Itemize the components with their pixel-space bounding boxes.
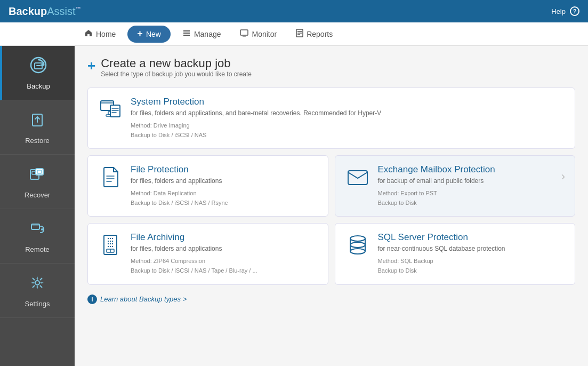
system-protection-body: System Protection for files, folders and… (131, 97, 565, 140)
sql-server-body: SQL Server Protection for near-continuou… (378, 232, 566, 275)
page-plus-icon: + (87, 58, 95, 74)
exchange-mailbox-title: Exchange Mailbox Protection (378, 164, 554, 175)
file-archiving-title: File Archiving (131, 232, 318, 243)
sidebar: Backup Restore Re (0, 46, 75, 366)
file-protection-meta: Method: Data Replication Backup to Disk … (131, 189, 318, 208)
settings-icon (28, 273, 47, 297)
page-header-text: Create a new backup job Select the type … (101, 57, 252, 78)
svg-rect-4 (243, 36, 246, 37)
sql-server-method: Method: SQL Backup (378, 257, 566, 266)
main-layout: Backup Restore Re (0, 46, 588, 366)
app-logo: BackupAssist™ (9, 5, 81, 18)
svg-rect-1 (183, 33, 190, 34)
card-sql-server[interactable]: SQL Server Protection for near-continuou… (335, 223, 576, 284)
file-protection-title: File Protection (131, 164, 318, 175)
file-archiving-meta: Method: ZIP64 Compression Backup to Disk… (131, 257, 318, 275)
file-archiving-desc: for files, folders and applications (131, 245, 318, 252)
nav-monitor[interactable]: Monitor (230, 22, 286, 46)
backup-icon (29, 55, 48, 79)
info-icon: i (87, 295, 97, 304)
svg-rect-27 (110, 105, 120, 117)
svg-rect-2 (183, 35, 190, 36)
recover-icon (28, 164, 47, 188)
navbar: Home + New Manage Monitor Reports (0, 22, 588, 46)
sql-server-desc: for near-continuous SQL database protect… (378, 245, 566, 252)
nav-reports[interactable]: Reports (286, 22, 342, 46)
restore-icon (28, 110, 47, 133)
file-protection-backup: Backup to Disk / iSCSI / NAS / Rsync (131, 198, 318, 208)
nav-manage[interactable]: Manage (173, 22, 231, 46)
remote-icon (28, 219, 47, 242)
logo-tm: ™ (76, 6, 81, 12)
exchange-mailbox-backup: Backup to Disk (378, 198, 554, 208)
app-header: BackupAssist™ Help ? (0, 0, 588, 22)
svg-point-42 (350, 236, 365, 241)
system-protection-method: Method: Drive Imaging (131, 121, 565, 131)
monitor-nav-icon (240, 29, 248, 39)
nav-home[interactable]: Home (75, 22, 125, 46)
svg-point-20 (41, 228, 43, 230)
sidebar-item-backup[interactable]: Backup (0, 46, 75, 100)
sidebar-item-restore[interactable]: Restore (0, 100, 75, 155)
new-nav-icon: + (137, 28, 143, 39)
content-area: + Create a new backup job Select the typ… (75, 46, 588, 366)
card-file-archiving[interactable]: File Archiving for files, folders and ap… (87, 223, 328, 284)
sidebar-settings-label: Settings (25, 300, 50, 308)
file-protection-body: File Protection for files, folders and a… (131, 164, 318, 208)
cards-row-2: File Protection for files, folders and a… (87, 155, 575, 217)
header-right: Help ? (551, 6, 579, 16)
sql-server-icon (345, 232, 370, 258)
sidebar-item-settings[interactable]: Settings (0, 264, 75, 318)
footer-link-text: Learn about Backup types > (100, 295, 187, 303)
logo-backup: Backup (9, 5, 47, 17)
card-exchange-mailbox[interactable]: Exchange Mailbox Protection for backup o… (335, 155, 576, 217)
system-protection-meta: Method: Drive Imaging Backup to Disk / i… (131, 121, 565, 140)
file-archiving-method: Method: ZIP64 Compression (131, 257, 318, 266)
svg-point-44 (350, 249, 365, 254)
sql-server-title: SQL Server Protection (378, 232, 566, 243)
svg-rect-0 (183, 30, 190, 31)
footer-learn-link[interactable]: i Learn about Backup types > (87, 295, 575, 304)
svg-rect-16 (36, 169, 43, 175)
card-system-protection[interactable]: System Protection for files, folders and… (87, 87, 575, 149)
system-protection-desc: for files, folders and applications, and… (131, 109, 565, 117)
file-archiving-backup: Backup to Disk / iSCSI / NAS / Tape / Bl… (131, 266, 318, 276)
file-protection-icon (98, 164, 123, 190)
nav-manage-label: Manage (194, 30, 221, 38)
sidebar-backup-label: Backup (27, 82, 50, 90)
nav-reports-label: Reports (307, 30, 333, 38)
exchange-mailbox-body: Exchange Mailbox Protection for backup o… (378, 164, 554, 208)
card-file-protection[interactable]: File Protection for files, folders and a… (87, 155, 328, 217)
svg-rect-19 (31, 224, 39, 226)
manage-nav-icon (182, 29, 191, 39)
cards-row-1: System Protection for files, folders and… (87, 87, 575, 149)
sql-server-backup: Backup to Disk (378, 266, 566, 276)
nav-new[interactable]: + New (127, 26, 171, 43)
page-title: Create a new backup job (101, 57, 252, 70)
file-archiving-icon (98, 232, 123, 258)
nav-new-label: New (146, 30, 161, 38)
sidebar-recover-label: Recover (25, 191, 50, 199)
sql-server-meta: Method: SQL Backup Backup to Disk (378, 257, 566, 275)
sidebar-restore-label: Restore (25, 137, 50, 145)
sidebar-item-remote[interactable]: Remote (0, 209, 75, 264)
logo-assist: Assist (47, 5, 75, 17)
help-icon[interactable]: ? (570, 6, 579, 16)
cards-grid: System Protection for files, folders and… (87, 87, 575, 285)
nav-monitor-label: Monitor (252, 30, 277, 38)
file-protection-method: Method: Data Replication (131, 189, 318, 198)
reports-nav-icon (296, 29, 303, 39)
sidebar-item-recover[interactable]: Recover (0, 155, 75, 209)
exchange-mailbox-method: Method: Export to PST (378, 189, 554, 198)
help-link[interactable]: Help (551, 7, 566, 15)
svg-point-43 (350, 242, 365, 248)
page-header: + Create a new backup job Select the typ… (87, 57, 575, 78)
svg-rect-3 (240, 30, 248, 35)
file-protection-desc: for files, folders and applications (131, 177, 318, 185)
svg-point-21 (35, 281, 39, 285)
exchange-mailbox-desc: for backup of email and public folders (378, 177, 554, 185)
page-subtitle: Select the type of backup job you would … (101, 70, 252, 78)
exchange-mailbox-meta: Method: Export to PST Backup to Disk (378, 189, 554, 208)
cards-row-3: File Archiving for files, folders and ap… (87, 223, 575, 284)
nav-home-label: Home (96, 30, 116, 38)
